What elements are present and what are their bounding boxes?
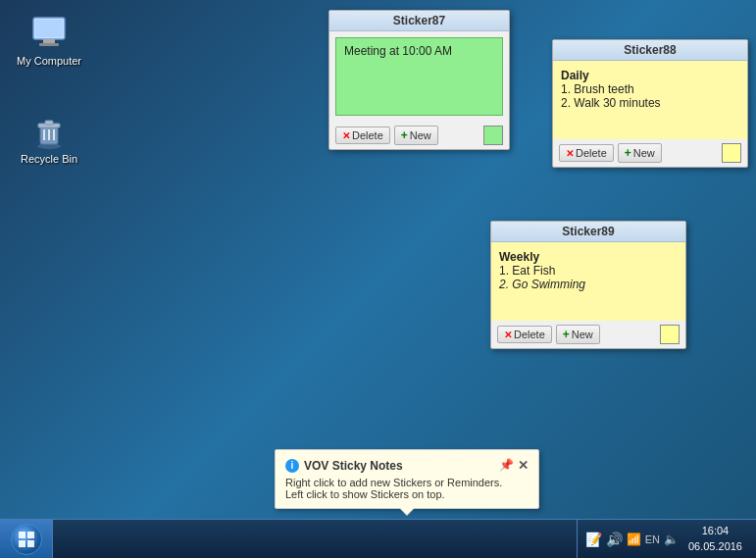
delete-icon: ✕ xyxy=(566,148,574,159)
svg-rect-2 xyxy=(43,39,55,43)
system-tray: 📝 🔊 📶 EN 🔈 16:04 06.05.2016 xyxy=(577,520,756,558)
recycle-bin-icon xyxy=(29,114,69,149)
sticker-89-footer: ✕ Delete + New xyxy=(491,321,685,348)
sticker-88-new-button[interactable]: + New xyxy=(618,143,662,163)
taskbar: 📝 🔊 📶 EN 🔈 16:04 06.05.2016 xyxy=(0,519,756,558)
recycle-bin-label: Recycle Bin xyxy=(21,153,77,165)
speaker-icon[interactable]: 🔊 xyxy=(606,532,623,547)
tooltip-title-text: VOV Sticky Notes xyxy=(304,459,403,473)
svg-rect-3 xyxy=(39,43,59,46)
network-icon[interactable]: 📶 xyxy=(627,533,641,546)
sticker-87-content[interactable]: Meeting at 10:00 AM xyxy=(335,37,503,116)
tooltip-close-area: 📌 ✕ xyxy=(499,458,529,473)
new-icon: + xyxy=(401,128,408,142)
sticker-89-color-picker[interactable] xyxy=(660,325,680,344)
sticker-89-title[interactable]: Sticker89 xyxy=(491,222,685,242)
sticker-89-new-button[interactable]: + New xyxy=(556,325,600,344)
sticker-89-content[interactable]: Weekly 1. Eat Fish 2. Go Swimming xyxy=(491,242,685,321)
clock-date: 06.05.2016 xyxy=(688,539,742,554)
start-button[interactable] xyxy=(0,520,53,559)
svg-rect-11 xyxy=(19,532,25,538)
sticker-89-delete-button[interactable]: ✕ Delete xyxy=(497,326,552,343)
sticker-87: Sticker87 Meeting at 10:00 AM ✕ Delete +… xyxy=(328,10,510,150)
svg-rect-14 xyxy=(27,540,34,547)
vov-tooltip: i VOV Sticky Notes 📌 ✕ Right click to ad… xyxy=(275,449,539,509)
delete-icon: ✕ xyxy=(504,330,512,340)
tooltip-line1: Right click to add new Stickers or Remin… xyxy=(285,477,529,488)
svg-rect-12 xyxy=(27,532,34,538)
desktop-icon-my-computer[interactable]: My Computer xyxy=(10,10,88,73)
sticker-87-delete-button[interactable]: ✕ Delete xyxy=(335,127,390,144)
my-computer-label: My Computer xyxy=(17,55,81,67)
sticker-88: Sticker88 Daily 1. Brush teeth 2. Walk 3… xyxy=(552,39,748,168)
sticker-88-delete-button[interactable]: ✕ Delete xyxy=(559,144,614,162)
clock[interactable]: 16:04 06.05.2016 xyxy=(682,524,748,554)
tooltip-line2: Left click to show Stickers on top. xyxy=(285,488,529,500)
close-icon[interactable]: ✕ xyxy=(518,458,529,473)
language-icon[interactable]: EN xyxy=(645,533,660,545)
my-computer-icon xyxy=(29,16,69,51)
sticker-88-color-picker[interactable] xyxy=(722,143,741,163)
delete-icon: ✕ xyxy=(342,130,350,141)
start-orb xyxy=(11,524,42,555)
sticker-87-footer: ✕ Delete + New xyxy=(329,122,509,149)
new-icon: + xyxy=(625,146,631,160)
sticker-88-title[interactable]: Sticker88 xyxy=(553,40,747,61)
sticker-88-content[interactable]: Daily 1. Brush teeth 2. Walk 30 minutes xyxy=(553,61,747,139)
sticker-89: Sticker89 Weekly 1. Eat Fish 2. Go Swimm… xyxy=(490,221,686,349)
sticker-87-title[interactable]: Sticker87 xyxy=(329,11,509,31)
new-icon: + xyxy=(563,328,570,341)
svg-rect-7 xyxy=(45,121,53,125)
sticker-87-new-button[interactable]: + New xyxy=(394,126,438,145)
sticker-88-footer: ✕ Delete + New xyxy=(553,139,747,167)
sticky-notes-tray-icon[interactable]: 📝 xyxy=(585,532,602,547)
clock-time: 16:04 xyxy=(702,524,730,538)
sticker-87-color-picker[interactable] xyxy=(483,126,503,145)
svg-rect-13 xyxy=(19,540,25,547)
pin-icon[interactable]: 📌 xyxy=(499,458,514,473)
svg-rect-1 xyxy=(35,20,63,37)
volume-icon[interactable]: 🔈 xyxy=(664,533,679,546)
info-icon: i xyxy=(285,459,299,473)
desktop-icon-recycle-bin[interactable]: Recycle Bin xyxy=(10,108,88,171)
